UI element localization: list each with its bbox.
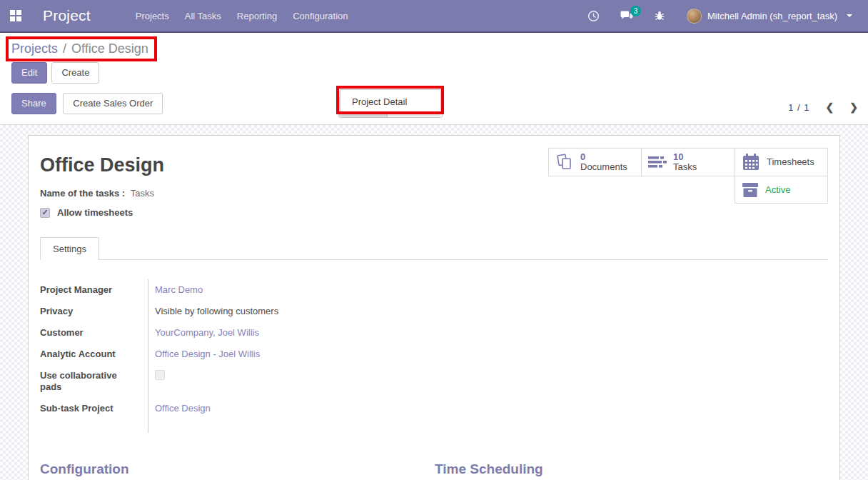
user-menu[interactable]: Mitchell Admin (sh_report_task) xyxy=(677,4,858,28)
menu-reporting[interactable]: Reporting xyxy=(229,1,285,31)
print-dropdown-menu: Project Detail xyxy=(340,89,441,114)
calendar-icon xyxy=(741,152,761,172)
top-navbar: Project Projects All Tasks Reporting Con… xyxy=(0,0,868,33)
field-label-subtask-project: Sub-task Project xyxy=(40,398,148,433)
pager-next-icon[interactable]: ❯ xyxy=(849,101,858,113)
breadcrumb-current: Office Design xyxy=(71,41,148,56)
archive-box-icon xyxy=(741,181,760,199)
field-label-collaborative-pads: Use collaborative pads xyxy=(40,365,148,398)
active-label: Active xyxy=(765,185,790,195)
user-avatar xyxy=(687,9,702,24)
field-label-privacy: Privacy xyxy=(40,301,148,322)
field-label-project-manager: Project Manager xyxy=(40,279,148,301)
stat-button-tasks[interactable]: 10 Tasks xyxy=(641,148,735,176)
field-value-privacy: Visible by following customers xyxy=(148,301,435,322)
field-value-analytic-account[interactable]: Office Design - Joel Willis xyxy=(148,344,435,365)
field-label-analytic-account: Analytic Account xyxy=(40,344,148,365)
tasks-count: 10 xyxy=(673,152,697,162)
stat-button-documents[interactable]: 0 Documents xyxy=(548,148,642,176)
pager-count: 1 / 1 xyxy=(788,102,809,113)
debug-bug-icon[interactable] xyxy=(645,6,674,26)
stat-buttons: 0 Documents 10 Tasks xyxy=(548,148,828,204)
breadcrumb-projects-link[interactable]: Projects xyxy=(11,41,58,56)
main-menu: Projects All Tasks Reporting Configurati… xyxy=(128,1,356,31)
documents-label: Documents xyxy=(580,162,627,172)
settings-field-group: Project Manager Marc Demo Privacy Visibl… xyxy=(40,279,435,433)
tasks-label: Tasks xyxy=(673,162,697,172)
field-value-subtask-project[interactable]: Office Design xyxy=(148,398,435,433)
app-title: Project xyxy=(43,7,91,24)
documents-count: 0 xyxy=(580,152,627,162)
time-scheduling-section: Time Scheduling Working Time Standard 40… xyxy=(435,461,829,480)
chevron-down-icon xyxy=(847,14,852,17)
tab-settings[interactable]: Settings xyxy=(40,237,99,260)
field-value-customer[interactable]: YourCompany, Joel Willis xyxy=(148,322,435,344)
create-sales-order-button[interactable]: Create Sales Order xyxy=(63,93,163,114)
user-name: Mitchell Admin (sh_report_task) xyxy=(707,11,837,21)
field-label-customer: Customer xyxy=(40,322,148,344)
print-project-detail-item[interactable]: Project Detail xyxy=(340,93,440,111)
message-count-badge: 3 xyxy=(630,6,641,16)
tasks-list-icon xyxy=(647,152,667,172)
notebook-tabs: Settings xyxy=(40,236,828,260)
stat-button-active[interactable]: Active xyxy=(735,176,828,204)
share-button[interactable]: Share xyxy=(11,93,56,114)
create-button[interactable]: Create xyxy=(51,62,99,84)
documents-copy-icon xyxy=(555,152,575,172)
form-content-area: 0 Documents 10 Tasks xyxy=(0,125,868,480)
menu-configuration[interactable]: Configuration xyxy=(285,1,355,31)
activities-clock-icon[interactable] xyxy=(579,6,608,26)
timesheets-label: Timesheets xyxy=(767,157,814,167)
form-sheet: 0 Documents 10 Tasks xyxy=(28,135,840,480)
menu-all-tasks[interactable]: All Tasks xyxy=(177,1,229,31)
stat-button-timesheets[interactable]: Timesheets xyxy=(735,148,828,176)
pager: 1 / 1 ❮ ❯ xyxy=(788,101,858,113)
apps-menu-icon[interactable] xyxy=(10,10,21,21)
allow-timesheets-checkbox[interactable]: ✓ xyxy=(40,208,50,218)
collaborative-pads-checkbox[interactable] xyxy=(155,370,165,380)
breadcrumb: Projects / Office Design xyxy=(11,41,148,56)
configuration-section: Configuration Sequence 10 xyxy=(40,461,435,480)
breadcrumb-separator: / xyxy=(63,41,66,56)
pager-previous-icon[interactable]: ❮ xyxy=(826,101,834,113)
tasks-name-value: Tasks xyxy=(131,188,154,199)
messages-icon[interactable]: 3 xyxy=(611,6,642,26)
edit-button[interactable]: Edit xyxy=(11,62,47,84)
field-value-project-manager[interactable]: Marc Demo xyxy=(148,279,435,301)
allow-timesheets-label: Allow timesheets xyxy=(57,207,133,218)
tasks-name-label: Name of the tasks : xyxy=(40,188,125,199)
menu-projects[interactable]: Projects xyxy=(128,1,177,31)
time-scheduling-heading: Time Scheduling xyxy=(435,461,829,477)
configuration-heading: Configuration xyxy=(40,461,435,477)
